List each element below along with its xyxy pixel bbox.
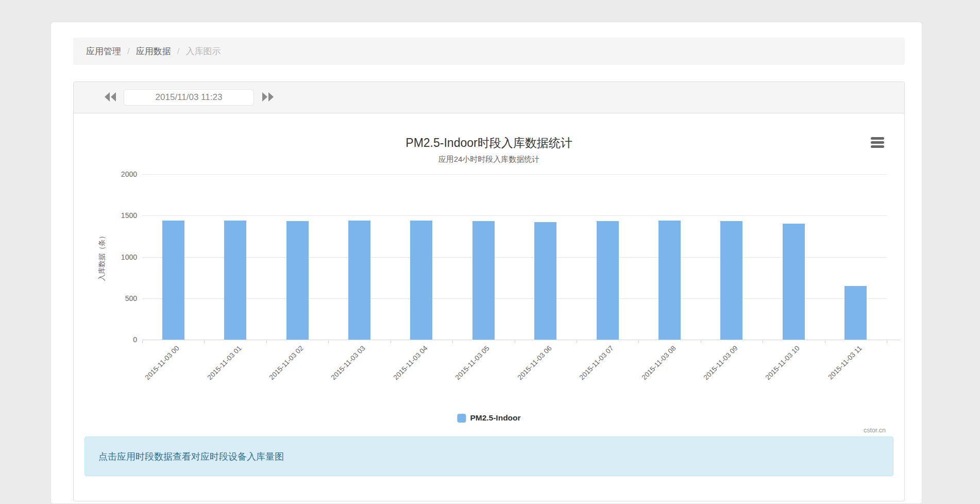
x-axis-label: 2015-11-03 01 — [206, 344, 243, 381]
info-alert-text: 点击应用时段数据查看对应时段设备入库量图 — [98, 450, 284, 463]
x-axis-tick — [577, 340, 577, 343]
x-axis-tick — [391, 340, 391, 343]
bar[interactable] — [720, 221, 742, 340]
x-axis-label: 2015-11-03 03 — [330, 344, 367, 381]
hamburger-icon — [871, 137, 884, 140]
prev-time-button[interactable] — [102, 91, 119, 104]
x-axis-tick — [763, 340, 763, 343]
x-axis-tick — [701, 340, 701, 343]
y-axis-title: 入库数据（条） — [97, 232, 107, 281]
breadcrumb-item-app-management[interactable]: 应用管理 — [86, 45, 121, 57]
breadcrumb: 应用管理 / 应用数据 / 入库图示 — [73, 38, 905, 65]
gridline — [142, 174, 887, 175]
bar[interactable] — [472, 221, 495, 340]
export-menu-button[interactable] — [871, 137, 885, 148]
datetime-input[interactable] — [124, 89, 254, 106]
breadcrumb-item-storage-chart: 入库图示 — [185, 45, 221, 57]
x-axis-label: 2015-11-03 10 — [764, 344, 801, 381]
y-axis-tick-label: 1500 — [111, 211, 137, 220]
fast-backward-icon — [104, 92, 117, 104]
x-axis-label: 2015-11-03 06 — [516, 344, 553, 381]
x-axis-tick — [887, 340, 887, 343]
legend-swatch — [457, 414, 466, 423]
credits-link[interactable]: cstor.cn — [864, 427, 886, 434]
y-axis-tick-label: 0 — [111, 335, 137, 344]
hamburger-icon — [871, 145, 884, 148]
x-axis-label: 2015-11-03 04 — [392, 344, 429, 381]
next-time-button[interactable] — [259, 91, 276, 104]
x-axis-tick — [142, 340, 143, 343]
x-axis-label: 2015-11-03 08 — [640, 344, 677, 381]
gridline — [142, 257, 887, 258]
info-alert: 点击应用时段数据查看对应时段设备入库量图 — [85, 436, 893, 476]
bar[interactable] — [658, 221, 681, 340]
bar[interactable] — [783, 224, 805, 340]
bar[interactable] — [162, 221, 184, 340]
y-axis-tick-label: 1000 — [111, 253, 137, 261]
fast-forward-icon — [261, 92, 274, 104]
y-axis-tick-label: 500 — [111, 294, 137, 303]
breadcrumb-item-app-data[interactable]: 应用数据 — [136, 45, 171, 57]
x-axis-label: 2015-11-03 02 — [268, 344, 305, 381]
gridline — [142, 298, 887, 299]
bar[interactable] — [597, 221, 619, 340]
x-axis-label: 2015-11-03 07 — [578, 344, 615, 381]
x-axis-tick — [515, 340, 515, 343]
bar[interactable] — [348, 221, 370, 340]
content-card: 应用管理 / 应用数据 / 入库图示 — [50, 22, 922, 504]
bar-chart: PM2.5-Indoor时段入库数据统计 应用24小时时段入库数据统计 入库数据… — [74, 113, 904, 436]
date-nav-bar — [74, 82, 904, 113]
hamburger-icon — [871, 141, 884, 144]
bar[interactable] — [844, 286, 867, 340]
x-axis-label: 2015-11-03 00 — [144, 344, 181, 381]
x-axis-tick — [328, 340, 329, 343]
breadcrumb-separator: / — [177, 46, 180, 57]
bar[interactable] — [286, 221, 309, 340]
chart-title: PM2.5-Indoor时段入库数据统计 — [74, 135, 904, 151]
gridline — [142, 215, 887, 216]
x-axis-tick — [452, 340, 453, 343]
bar[interactable] — [224, 221, 246, 340]
x-axis-label: 2015-11-03 05 — [454, 344, 491, 381]
chart-subtitle: 应用24小时时段入库数据统计 — [74, 155, 904, 164]
x-axis-tick — [638, 340, 639, 343]
legend-item[interactable]: PM2.5-Indoor — [457, 413, 520, 423]
breadcrumb-separator: / — [127, 46, 130, 57]
x-axis-line — [142, 340, 900, 340]
bar[interactable] — [410, 221, 432, 340]
x-axis-tick — [266, 340, 267, 343]
x-axis-label: 2015-11-03 09 — [702, 344, 739, 381]
legend-label: PM2.5-Indoor — [470, 413, 520, 423]
x-axis-tick — [825, 340, 825, 343]
x-axis-label: 2015-11-03 11 — [826, 344, 863, 381]
y-axis-tick-label: 2000 — [111, 170, 137, 178]
bar[interactable] — [534, 222, 556, 340]
x-axis-tick — [204, 340, 205, 343]
chart-panel: PM2.5-Indoor时段入库数据统计 应用24小时时段入库数据统计 入库数据… — [73, 81, 905, 501]
